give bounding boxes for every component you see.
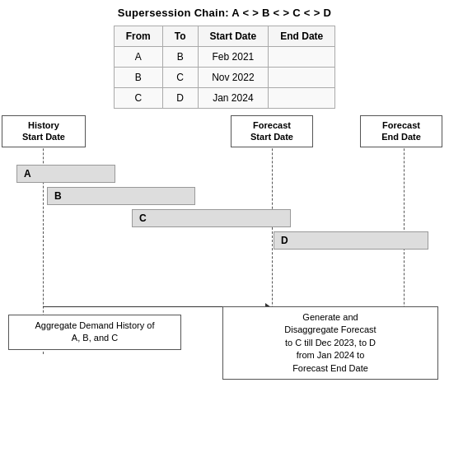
col-header-start: Start Date [198, 26, 269, 47]
forecast-end-label: ForecastEnd Date [360, 115, 442, 147]
table-row: A B Feb 2021 [114, 47, 334, 68]
history-start-label: HistoryStart Date [2, 115, 86, 147]
bar-c: C [132, 209, 291, 227]
cell-end-2 [269, 88, 335, 109]
bar-a: A [16, 165, 115, 183]
timeline-area: HistoryStart Date ForecastStart Date For… [0, 115, 449, 395]
cell-from-1: B [114, 68, 162, 88]
cell-to-2: D [162, 88, 198, 109]
bar-b: B [47, 187, 195, 205]
generate-disaggregate-label: Generate andDisaggregate Forecastto C ti… [222, 306, 438, 380]
cell-start-0: Feb 2021 [198, 47, 269, 68]
table-row: C D Jan 2024 [114, 88, 334, 109]
cell-to-0: B [162, 47, 198, 68]
cell-end-1 [269, 68, 335, 88]
supersession-table: From To Start Date End Date A B Feb 2021… [0, 26, 449, 109]
cell-start-2: Jan 2024 [198, 88, 269, 109]
cell-from-0: A [114, 47, 162, 68]
table-row: B C Nov 2022 [114, 68, 334, 88]
cell-to-1: C [162, 68, 198, 88]
col-header-to: To [162, 26, 198, 47]
cell-from-2: C [114, 88, 162, 109]
page-title: Supersession Chain: A < > B < > C < > D [0, 0, 449, 19]
col-header-end: End Date [269, 26, 335, 47]
cell-start-1: Nov 2022 [198, 68, 269, 88]
bar-d: D [274, 231, 428, 250]
cell-end-0 [269, 47, 335, 68]
col-header-from: From [114, 26, 162, 47]
forecast-start-label: ForecastStart Date [231, 115, 313, 147]
aggregate-demand-label: Aggregate Demand History ofA, B, and C [8, 315, 181, 350]
